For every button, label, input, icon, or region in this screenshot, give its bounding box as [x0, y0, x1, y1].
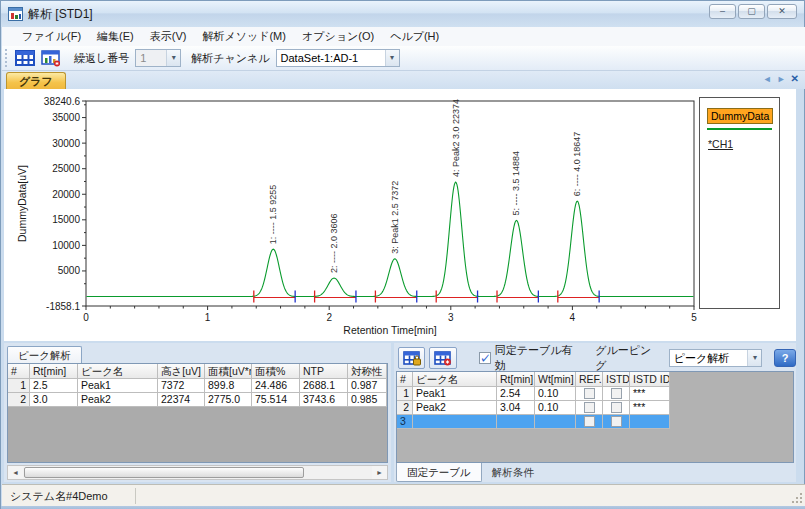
identification-table-enable-label: 同定テーブル有効 [495, 343, 582, 373]
repeat-number-combo[interactable]: 1 ▾ [135, 49, 181, 67]
tab-graph[interactable]: グラフ [6, 72, 66, 89]
menu-item-3[interactable]: 解析メソッド(M) [194, 27, 294, 46]
table-cell[interactable]: 0.987 [348, 379, 387, 393]
identification-table-enable-checkbox[interactable]: ✓ [479, 352, 491, 364]
table-cell[interactable]: Peak2 [413, 401, 497, 415]
table-cell[interactable]: 1 [8, 379, 30, 393]
scrollbar-thumb[interactable] [24, 467, 304, 478]
peak-label: 2: ---- 2.0 3606 [329, 214, 339, 274]
table-cell[interactable]: 75.514 [252, 393, 300, 407]
close-button-icon[interactable]: ✕ [767, 4, 797, 19]
ref-checkbox[interactable] [584, 416, 595, 427]
ref-checkbox[interactable] [584, 402, 595, 413]
table-cell[interactable]: 3743.6 [300, 393, 348, 407]
table-cell[interactable] [413, 415, 497, 429]
table-cell[interactable]: *** [630, 387, 670, 401]
title-bar: 解析 [STD1] – ▢ ✕ [1, 1, 804, 27]
table-row[interactable]: 23.0Peak2223742775.075.5143743.60.985 [8, 393, 387, 407]
table-cell[interactable]: Peak1 [413, 387, 497, 401]
chevron-down-icon[interactable]: ▾ [747, 350, 761, 366]
table-cell[interactable]: Peak2 [78, 393, 158, 407]
table-cell[interactable]: *** [630, 401, 670, 415]
menu-item-4[interactable]: オプション(O) [294, 27, 382, 46]
istd-checkbox[interactable] [611, 388, 622, 399]
table-cell[interactable] [576, 401, 603, 415]
table-cell[interactable]: 2 [8, 393, 30, 407]
chevron-down-icon[interactable]: ▾ [166, 50, 180, 66]
tab-close-icon[interactable]: ✕ [791, 73, 799, 84]
tab-analysis-conditions[interactable]: 解析条件 [482, 463, 544, 482]
table-cell[interactable]: 0.10 [535, 387, 576, 401]
analysis-channel-combo[interactable]: DataSet-1:AD-1 ▾ [276, 49, 400, 67]
table-row[interactable]: 1Peak12.540.10*** [397, 387, 793, 401]
chevron-down-icon[interactable]: ▾ [385, 50, 399, 66]
table-cell[interactable]: 7372 [158, 379, 205, 393]
table-cell[interactable] [576, 415, 603, 429]
tab-scroll-right-icon[interactable]: ► [777, 74, 786, 84]
table-cell[interactable]: Peak1 [78, 379, 158, 393]
maximize-button-icon[interactable]: ▢ [738, 4, 765, 19]
legend-item-ch1[interactable]: *CH1 [708, 138, 779, 150]
table-row[interactable]: 3 [397, 415, 793, 429]
tab-fixed-table[interactable]: 固定テーブル [396, 463, 482, 482]
horizontal-scrollbar[interactable]: ◄ ► [7, 465, 388, 480]
tab-peak-analysis[interactable]: ピーク解析 [7, 346, 82, 363]
status-bar: システム名#4Demo [2, 484, 805, 506]
legend-item-dummydata[interactable]: DummyData [707, 108, 773, 124]
data-table-view-button[interactable] [12, 48, 38, 69]
table-cell[interactable] [576, 387, 603, 401]
istd-checkbox[interactable] [611, 416, 622, 427]
table-cell[interactable] [603, 387, 630, 401]
minimize-button-icon[interactable]: – [709, 4, 736, 19]
table-cell[interactable] [630, 415, 670, 429]
table-lock-button[interactable] [398, 347, 425, 369]
tab-scroll-left-icon[interactable]: ◄ [763, 74, 772, 84]
table-cell[interactable]: 22374 [158, 393, 205, 407]
status-separator [135, 488, 136, 504]
menu-item-5[interactable]: ヘルプ(H) [382, 27, 447, 46]
table-cell[interactable]: 2.54 [497, 387, 535, 401]
table-cell[interactable]: 0.10 [535, 401, 576, 415]
table-cell[interactable]: 1 [397, 387, 413, 401]
panel-splitter[interactable] [391, 347, 394, 482]
table-cell[interactable]: 3.04 [497, 401, 535, 415]
menu-bar: ファイル(F)編集(E)表示(V)解析メソッド(M)オプション(O)ヘルプ(H) [2, 27, 805, 46]
menu-item-2[interactable]: 表示(V) [142, 27, 195, 46]
y-axis-tick-label: 15000 [52, 214, 80, 225]
istd-checkbox[interactable] [611, 402, 622, 413]
table-cell[interactable]: 3 [397, 415, 413, 429]
resize-grip[interactable] [790, 491, 802, 503]
table-row[interactable]: 2Peak23.040.10*** [397, 401, 793, 415]
table-cell[interactable] [535, 415, 576, 429]
table-cell[interactable]: 3.0 [30, 393, 78, 407]
menu-item-0[interactable]: ファイル(F) [14, 27, 89, 46]
y-axis-tick-label: -1858.1 [46, 301, 80, 312]
menu-item-1[interactable]: 編集(E) [89, 27, 142, 46]
table-edit-button[interactable] [429, 347, 456, 369]
table-cell[interactable]: 2775.0 [205, 393, 252, 407]
app-window: 解析 [STD1] – ▢ ✕ ファイル(F)編集(E)表示(V)解析メソッド(… [0, 0, 805, 509]
graph-view-button[interactable] [38, 48, 64, 69]
table-cell[interactable] [603, 415, 630, 429]
analysis-channel-label: 解析チャンネル [191, 51, 269, 66]
table-cell[interactable] [603, 401, 630, 415]
table-cell[interactable]: 2 [397, 401, 413, 415]
column-header: # [8, 364, 30, 379]
table-cell[interactable] [497, 415, 535, 429]
scroll-left-icon[interactable]: ◄ [8, 466, 23, 479]
help-button[interactable]: ? [774, 349, 796, 367]
table-cell[interactable]: 0.985 [348, 393, 387, 407]
ref-checkbox[interactable] [584, 388, 595, 399]
table-cell[interactable]: 2.5 [30, 379, 78, 393]
scroll-right-icon[interactable]: ► [372, 466, 387, 479]
table-star-icon [434, 351, 452, 366]
table-cell[interactable]: 2688.1 [300, 379, 348, 393]
grouping-combo[interactable]: ピーク解析 ▾ [669, 349, 763, 367]
x-axis-tick-label: 3 [448, 312, 454, 323]
table-cell[interactable]: 899.8 [205, 379, 252, 393]
table-row[interactable]: 12.5Peak17372899.824.4862688.10.987 [8, 379, 387, 393]
identification-panel: ✓ 同定テーブル有効 グルーピング ピーク解析 ▾ ? #ピーク名Rt[min]… [394, 343, 796, 482]
toolbar-grip[interactable] [5, 49, 8, 67]
table-cell[interactable]: 24.486 [252, 379, 300, 393]
y-axis-tick-label: 5000 [58, 265, 81, 276]
